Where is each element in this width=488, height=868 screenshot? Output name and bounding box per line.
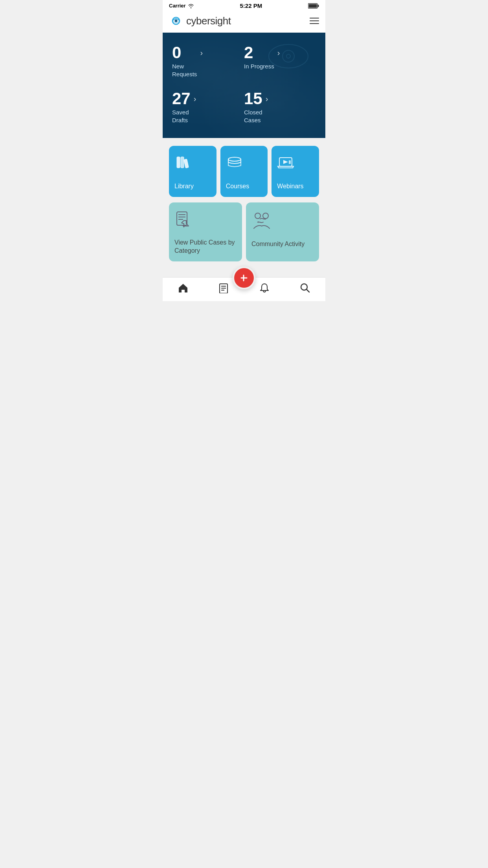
stat-saved-drafts[interactable]: 27 Saved Drafts › bbox=[172, 90, 244, 124]
status-bar: Carrier 5:22 PM bbox=[163, 0, 325, 11]
webinars-card[interactable]: Webinars bbox=[272, 146, 319, 197]
cases-icon bbox=[218, 282, 229, 293]
stat-new-requests[interactable]: 0 New Requests › bbox=[172, 44, 244, 78]
fab-container bbox=[233, 267, 255, 289]
home-icon bbox=[178, 282, 189, 293]
svg-rect-1 bbox=[309, 4, 317, 7]
community-activity-label: Community Activity bbox=[251, 240, 305, 248]
svg-rect-7 bbox=[184, 159, 189, 168]
app-header: cybersight bbox=[163, 11, 325, 33]
public-cases-icon bbox=[174, 210, 193, 229]
stat-closed-cases[interactable]: 15 Closed Cases › bbox=[244, 90, 316, 124]
svg-rect-6 bbox=[181, 157, 184, 168]
nav-home[interactable] bbox=[171, 282, 195, 293]
status-right bbox=[308, 3, 319, 9]
svg-marker-20 bbox=[257, 221, 259, 223]
svg-point-8 bbox=[228, 157, 241, 161]
svg-marker-10 bbox=[283, 160, 288, 164]
community-activity-card[interactable]: Community Activity bbox=[246, 202, 319, 261]
courses-label: Courses bbox=[226, 183, 250, 190]
stat-new-requests-number: 0 bbox=[172, 44, 197, 61]
stat-in-progress-number: 2 bbox=[244, 44, 274, 61]
library-icon bbox=[174, 154, 192, 171]
notifications-icon bbox=[259, 282, 270, 293]
stat-in-progress[interactable]: 2 In Progress › bbox=[244, 44, 316, 78]
app-logo-text: cybersight bbox=[186, 15, 231, 27]
menu-button[interactable] bbox=[310, 18, 319, 24]
status-time: 5:22 PM bbox=[240, 2, 262, 9]
public-cases-card[interactable]: View Public Cases by Category bbox=[169, 202, 242, 261]
bottom-nav bbox=[163, 277, 325, 301]
svg-rect-2 bbox=[318, 5, 319, 7]
stat-saved-drafts-number: 27 bbox=[172, 90, 191, 107]
stats-banner: 0 New Requests › 2 In Progress › 27 Save… bbox=[163, 33, 325, 138]
svg-line-26 bbox=[306, 289, 309, 292]
cards-section: Library Courses bbox=[163, 138, 325, 269]
wifi-icon bbox=[188, 4, 194, 8]
svg-rect-5 bbox=[177, 157, 180, 168]
stat-saved-drafts-label: Saved Drafts bbox=[172, 108, 191, 124]
community-activity-icon bbox=[251, 210, 272, 231]
new-requests-arrow: › bbox=[200, 48, 203, 57]
nav-search[interactable] bbox=[293, 282, 317, 293]
logo-area: cybersight bbox=[169, 14, 231, 28]
nav-notifications[interactable] bbox=[253, 282, 276, 293]
svg-point-18 bbox=[263, 213, 268, 219]
public-cases-label: View Public Cases by Category bbox=[174, 239, 237, 255]
saved-drafts-arrow: › bbox=[194, 94, 196, 103]
library-card[interactable]: Library bbox=[169, 146, 216, 197]
courses-card[interactable]: Courses bbox=[220, 146, 268, 197]
search-icon bbox=[299, 282, 310, 293]
courses-icon bbox=[226, 154, 243, 171]
stat-in-progress-label: In Progress bbox=[244, 63, 274, 70]
in-progress-arrow: › bbox=[277, 48, 280, 57]
webinars-icon bbox=[277, 154, 294, 171]
stat-closed-cases-label: Closed Cases bbox=[244, 108, 262, 124]
stat-closed-cases-number: 15 bbox=[244, 90, 262, 107]
svg-point-4 bbox=[174, 19, 177, 22]
svg-rect-11 bbox=[289, 160, 291, 164]
nav-cases[interactable] bbox=[212, 282, 235, 293]
status-left: Carrier bbox=[169, 3, 194, 9]
bottom-cards-row: View Public Cases by Category bbox=[169, 202, 319, 261]
app-logo-icon bbox=[169, 14, 183, 28]
webinars-label: Webinars bbox=[277, 183, 303, 190]
closed-cases-arrow: › bbox=[266, 94, 268, 103]
carrier-text: Carrier bbox=[169, 3, 186, 9]
top-cards-row: Library Courses bbox=[169, 146, 319, 197]
fab-plus-icon bbox=[239, 273, 249, 283]
svg-point-17 bbox=[255, 213, 261, 219]
stat-new-requests-label: New Requests bbox=[172, 63, 197, 78]
library-label: Library bbox=[174, 183, 194, 190]
fab-button[interactable] bbox=[233, 267, 255, 289]
battery-icon bbox=[308, 3, 319, 9]
